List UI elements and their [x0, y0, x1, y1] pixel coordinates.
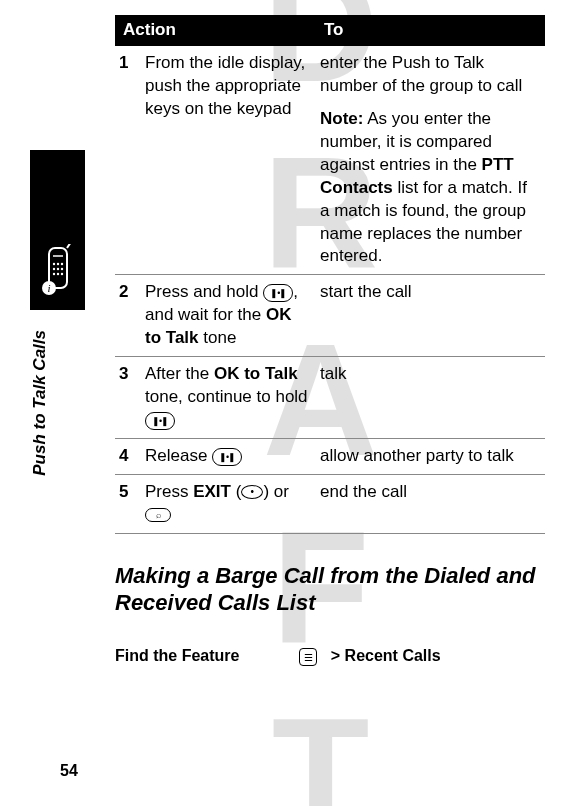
action-text: ) or: [263, 482, 289, 501]
ptt-key-icon: [145, 412, 175, 430]
step-to: talk: [316, 357, 545, 439]
svg-point-5: [52, 268, 54, 270]
table-row: 3 After the OK to Talk tone, continue to…: [115, 357, 545, 439]
find-feature-path: > Recent Calls: [299, 647, 440, 666]
action-text: tone: [199, 328, 237, 347]
svg-point-6: [56, 268, 58, 270]
to-main: enter the Push to Talk number of the gro…: [320, 53, 522, 95]
step-action: From the idle display, push the appropri…: [141, 46, 316, 275]
menu-key-icon: [299, 648, 317, 666]
step-action: Press and hold , and wait for the OK to …: [141, 275, 316, 357]
step-action: Press EXIT () or: [141, 474, 316, 533]
step-number: 2: [115, 275, 141, 357]
header-action: Action: [115, 15, 316, 46]
header-to: To: [316, 15, 545, 46]
table-row: 5 Press EXIT () or end the call: [115, 474, 545, 533]
note-paragraph: Note: As you enter the number, it is com…: [320, 108, 541, 269]
softkey-icon: [241, 485, 263, 499]
action-text: Press and hold: [145, 282, 263, 301]
step-to: enter the Push to Talk number of the gro…: [316, 46, 545, 275]
action-text: tone, continue to hold: [145, 387, 308, 406]
svg-point-2: [52, 263, 54, 265]
action-text: Press: [145, 482, 193, 501]
ptt-key-icon: [212, 448, 242, 466]
find-feature-label: Find the Feature: [115, 647, 239, 665]
step-number: 3: [115, 357, 141, 439]
ok-to-talk-label: OK to Talk: [214, 364, 298, 383]
exit-label: EXIT: [193, 482, 231, 501]
find-feature-row: Find the Feature > Recent Calls: [115, 647, 545, 666]
table-row: 1 From the idle display, push the approp…: [115, 46, 545, 275]
page-content: Action To 1 From the idle display, push …: [115, 15, 545, 666]
section-label: Push to Talk Calls: [30, 184, 50, 330]
step-action: After the OK to Talk tone, continue to h…: [141, 357, 316, 439]
page-number: 54: [60, 762, 78, 780]
table-header-row: Action To: [115, 15, 545, 46]
svg-point-8: [52, 273, 54, 275]
svg-point-4: [60, 263, 62, 265]
gt-symbol: >: [331, 647, 340, 664]
step-to: start the call: [316, 275, 545, 357]
ptt-key-icon: [263, 284, 293, 302]
subheading: Making a Barge Call from the Dialed and …: [115, 562, 545, 617]
action-text: Release: [145, 446, 212, 465]
steps-table: Action To 1 From the idle display, push …: [115, 15, 545, 534]
action-text: (: [231, 482, 241, 501]
svg-point-9: [56, 273, 58, 275]
step-number: 1: [115, 46, 141, 275]
svg-line-11: [67, 244, 71, 248]
step-to: end the call: [316, 474, 545, 533]
step-action: Release: [141, 439, 316, 475]
svg-point-7: [60, 268, 62, 270]
step-to: allow another party to talk: [316, 439, 545, 475]
end-key-icon: [145, 508, 171, 522]
svg-point-10: [60, 273, 62, 275]
svg-point-3: [56, 263, 58, 265]
recent-calls-label: Recent Calls: [345, 647, 441, 664]
action-text: After the: [145, 364, 214, 383]
step-number: 4: [115, 439, 141, 475]
step-number: 5: [115, 474, 141, 533]
note-label: Note:: [320, 109, 363, 128]
table-row: 2 Press and hold , and wait for the OK t…: [115, 275, 545, 357]
table-row: 4 Release allow another party to talk: [115, 439, 545, 475]
